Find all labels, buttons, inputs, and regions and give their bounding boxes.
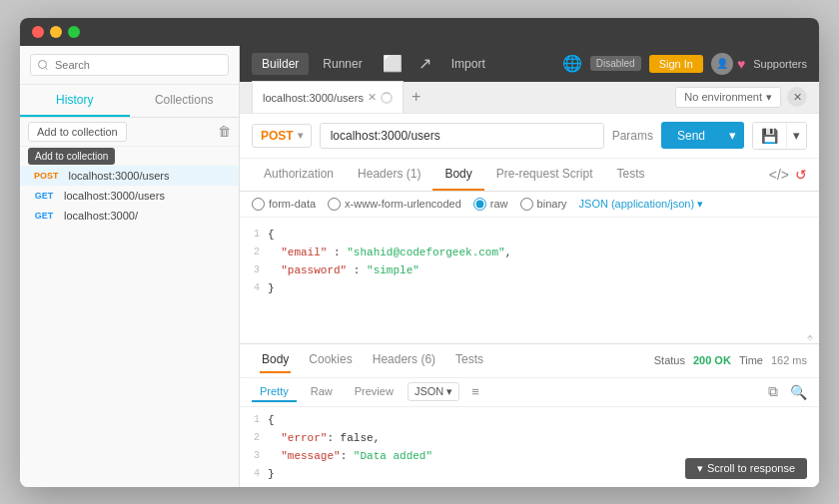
form-data-option[interactable]: form-data	[252, 198, 316, 211]
save-button[interactable]: 💾	[753, 123, 786, 149]
urlencoded-option[interactable]: x-www-form-urlencoded	[328, 198, 461, 211]
right-panel: Builder Runner ⬜ ↗ Import 🌐 Disabled Sig…	[240, 46, 819, 487]
app-window: History Collections Add to collection Ad…	[20, 18, 819, 487]
add-to-collection-button[interactable]: Add to collection	[28, 122, 127, 142]
window-icon-button[interactable]: ⬜	[377, 52, 409, 75]
params-button[interactable]: Params	[612, 129, 653, 143]
resp-tab-body[interactable]: Body	[252, 346, 299, 374]
main-content: History Collections Add to collection Ad…	[20, 46, 819, 487]
code-line: 4 }	[240, 279, 819, 297]
url-input[interactable]	[320, 123, 604, 149]
history-url: localhost:3000/	[64, 210, 138, 222]
search-input[interactable]	[30, 54, 229, 76]
body-options: form-data x-www-form-urlencoded raw bina…	[240, 192, 819, 218]
save-dropdown-button[interactable]: ▾	[786, 123, 806, 149]
resp-format-preview[interactable]: Preview	[347, 382, 402, 402]
binary-option[interactable]: binary	[520, 198, 567, 211]
status-value: 200 OK	[693, 354, 731, 366]
method-badge-post: POST	[30, 170, 63, 182]
import-nav-button[interactable]: Import	[441, 53, 495, 75]
loading-indicator	[381, 92, 393, 104]
resp-tab-cookies[interactable]: Cookies	[299, 346, 362, 374]
runner-nav-button[interactable]: Runner	[313, 53, 372, 75]
globe-icon: 🌐	[562, 54, 582, 73]
new-tab-button[interactable]: +	[408, 88, 424, 106]
sidebar-search-area	[20, 46, 239, 85]
status-area: Status 200 OK Time 162 ms	[654, 354, 807, 366]
tab-tests[interactable]: Tests	[604, 159, 656, 191]
env-area: No environment ▾ ✕	[675, 87, 807, 108]
chevron-down-icon: ▾	[298, 130, 303, 141]
disabled-badge: Disabled	[590, 56, 641, 71]
sidebar-tabs: History Collections	[20, 85, 239, 118]
chevron-down-icon: ▾	[697, 462, 703, 475]
time-value: 162 ms	[771, 354, 807, 366]
code-line: 2 "error": false,	[240, 429, 819, 447]
tab-headers[interactable]: Headers (1)	[346, 159, 432, 191]
send-dropdown-button[interactable]: ▾	[721, 122, 744, 149]
method-badge-get: GET	[30, 210, 58, 222]
history-item[interactable]: GET localhost:3000/	[20, 206, 239, 226]
request-tab-label: localhost:3000/users	[263, 92, 364, 104]
method-label: POST	[261, 129, 294, 143]
sidebar-actions: Add to collection Add to collection 🗑	[20, 118, 239, 147]
tab-body[interactable]: Body	[432, 159, 483, 191]
save-button-group: 💾 ▾	[752, 122, 807, 150]
time-label: Time	[739, 354, 763, 366]
builder-nav-button[interactable]: Builder	[252, 53, 309, 75]
env-close-button[interactable]: ✕	[787, 87, 807, 107]
refresh-icon[interactable]: ↺	[795, 167, 807, 183]
sidebar: History Collections Add to collection Ad…	[20, 46, 240, 487]
tab-pre-request[interactable]: Pre-request Script	[484, 159, 605, 191]
response-wrapper: 1 { 2 "error": false, 3 "message": "Data…	[240, 407, 819, 487]
search-icon[interactable]: 🔍	[790, 384, 807, 400]
tab-history[interactable]: History	[20, 85, 130, 117]
tab-collections[interactable]: Collections	[130, 85, 240, 117]
resp-tab-headers[interactable]: Headers (6)	[363, 346, 445, 374]
copy-icon[interactable]: ⧉	[768, 383, 778, 400]
response-format-row: Pretty Raw Preview JSON ▾ ≡ ⧉ 🔍	[240, 378, 819, 407]
response-format-select[interactable]: JSON ▾	[408, 382, 459, 401]
method-select[interactable]: POST ▾	[252, 124, 312, 148]
status-label: Status	[654, 354, 685, 366]
resp-format-raw[interactable]: Raw	[303, 382, 341, 402]
code-line: 3 "password" : "simple"	[240, 261, 819, 279]
format-icon[interactable]: ≡	[471, 384, 479, 399]
request-tab[interactable]: localhost:3000/users ✕	[252, 81, 404, 113]
scroll-to-response-button[interactable]: ▾ Scroll to response	[685, 458, 807, 479]
resize-handle[interactable]: ⬘	[807, 331, 817, 341]
editor-icons: </> ↺	[769, 167, 807, 183]
title-bar	[20, 18, 819, 46]
top-nav: Builder Runner ⬜ ↗ Import 🌐 Disabled Sig…	[240, 46, 819, 82]
environment-select[interactable]: No environment ▾	[675, 87, 781, 108]
request-body-editor[interactable]: 1 { 2 "email" : "shahid@codeforgeek.com"…	[240, 218, 819, 343]
history-item[interactable]: GET localhost:3000/users	[20, 186, 239, 206]
resp-format-pretty[interactable]: Pretty	[252, 382, 297, 402]
code-icon[interactable]: </>	[769, 167, 789, 183]
send-button[interactable]: Send	[661, 122, 721, 149]
supporters-button[interactable]: Supporters	[753, 58, 807, 70]
resp-tab-tests[interactable]: Tests	[445, 346, 493, 374]
clear-history-button[interactable]: 🗑	[218, 124, 231, 139]
raw-option[interactable]: raw	[473, 198, 508, 211]
chevron-down-icon: ▾	[729, 128, 736, 143]
json-type-select[interactable]: JSON (application/json) ▾	[579, 198, 704, 211]
response-tabs-row: Body Cookies Headers (6) Tests Status 20…	[240, 344, 819, 378]
history-url: localhost:3000/users	[64, 190, 165, 202]
tab-authorization[interactable]: Authorization	[252, 159, 346, 191]
chevron-down-icon: ▾	[697, 198, 703, 211]
add-to-collection-tooltip: Add to collection	[28, 148, 115, 165]
close-tab-icon[interactable]: ✕	[368, 92, 377, 103]
share-icon-button[interactable]: ↗	[413, 52, 437, 75]
minimize-button[interactable]	[50, 26, 62, 38]
code-line: 1 {	[240, 226, 819, 244]
user-icons: 👤 ♥	[711, 53, 745, 75]
response-area: Body Cookies Headers (6) Tests Status 20…	[240, 343, 819, 487]
history-item[interactable]: POST localhost:3000/users	[20, 166, 239, 186]
signin-button[interactable]: Sign In	[649, 55, 703, 73]
avatar: 👤	[711, 53, 733, 75]
method-badge-get: GET	[30, 190, 58, 202]
traffic-lights	[32, 26, 80, 38]
maximize-button[interactable]	[68, 26, 80, 38]
close-button[interactable]	[32, 26, 44, 38]
